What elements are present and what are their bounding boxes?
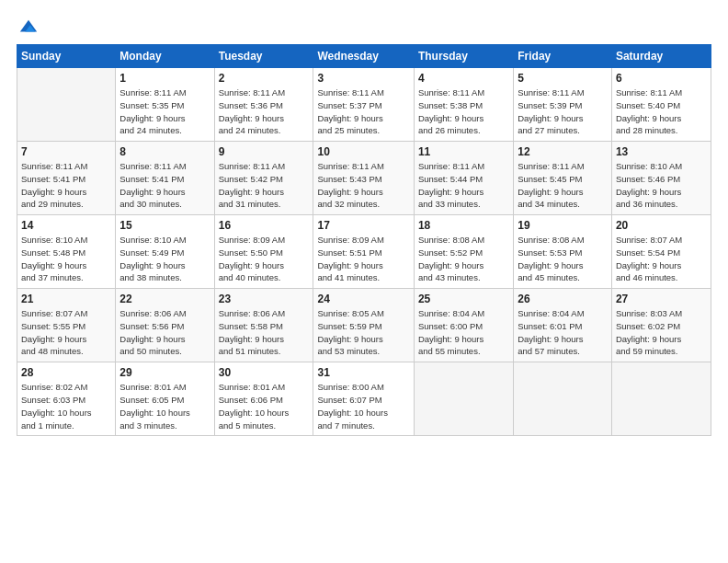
calendar-cell: 25Sunrise: 8:04 AM Sunset: 6:00 PM Dayli… (414, 289, 513, 362)
calendar-cell (414, 362, 513, 436)
calendar-cell: 22Sunrise: 8:06 AM Sunset: 5:56 PM Dayli… (116, 289, 214, 362)
day-number: 6 (616, 72, 707, 85)
calendar-cell: 31Sunrise: 8:00 AM Sunset: 6:07 PM Dayli… (313, 362, 414, 436)
day-number: 9 (219, 145, 310, 158)
calendar-cell (514, 362, 612, 436)
day-number: 28 (21, 366, 111, 379)
day-number: 16 (219, 219, 310, 232)
calendar-cell: 20Sunrise: 8:07 AM Sunset: 5:54 PM Dayli… (611, 215, 711, 289)
day-number: 23 (219, 293, 310, 305)
day-info: Sunrise: 8:11 AM Sunset: 5:35 PM Dayligh… (119, 86, 210, 137)
day-number: 26 (518, 293, 608, 305)
day-number: 7 (21, 145, 111, 158)
day-info: Sunrise: 8:11 AM Sunset: 5:36 PM Dayligh… (219, 86, 310, 137)
weekday-header-monday: Monday (116, 45, 214, 68)
day-info: Sunrise: 8:02 AM Sunset: 6:03 PM Dayligh… (21, 381, 111, 431)
day-info: Sunrise: 8:11 AM Sunset: 5:39 PM Dayligh… (518, 86, 608, 137)
week-row-5: 28Sunrise: 8:02 AM Sunset: 6:03 PM Dayli… (17, 362, 711, 436)
day-info: Sunrise: 8:04 AM Sunset: 6:01 PM Dayligh… (518, 307, 608, 358)
day-number: 18 (418, 219, 509, 232)
day-info: Sunrise: 8:03 AM Sunset: 6:02 PM Dayligh… (616, 307, 707, 358)
week-row-2: 7Sunrise: 8:11 AM Sunset: 5:41 PM Daylig… (17, 142, 711, 215)
day-number: 13 (616, 145, 707, 158)
logo-block (17, 17, 39, 35)
calendar-cell: 21Sunrise: 8:07 AM Sunset: 5:55 PM Dayli… (17, 289, 116, 362)
day-info: Sunrise: 8:04 AM Sunset: 6:00 PM Dayligh… (418, 307, 509, 358)
day-info: Sunrise: 8:10 AM Sunset: 5:48 PM Dayligh… (21, 234, 111, 284)
day-info: Sunrise: 8:11 AM Sunset: 5:43 PM Dayligh… (317, 160, 409, 211)
header (17, 17, 711, 35)
calendar-table: SundayMondayTuesdayWednesdayThursdayFrid… (17, 44, 711, 436)
day-info: Sunrise: 8:06 AM Sunset: 5:56 PM Dayligh… (119, 307, 210, 358)
day-info: Sunrise: 8:09 AM Sunset: 5:50 PM Dayligh… (219, 234, 310, 284)
calendar-cell: 27Sunrise: 8:03 AM Sunset: 6:02 PM Dayli… (611, 289, 711, 362)
calendar-cell: 17Sunrise: 8:09 AM Sunset: 5:51 PM Dayli… (313, 215, 414, 289)
day-info: Sunrise: 8:08 AM Sunset: 5:52 PM Dayligh… (418, 234, 509, 284)
calendar-cell: 18Sunrise: 8:08 AM Sunset: 5:52 PM Dayli… (414, 215, 513, 289)
day-info: Sunrise: 8:09 AM Sunset: 5:51 PM Dayligh… (317, 234, 409, 284)
day-info: Sunrise: 8:01 AM Sunset: 6:06 PM Dayligh… (219, 381, 310, 431)
calendar-cell (17, 68, 116, 142)
day-info: Sunrise: 8:07 AM Sunset: 5:55 PM Dayligh… (21, 307, 111, 358)
day-number: 22 (119, 293, 210, 305)
day-number: 2 (219, 72, 310, 85)
day-number: 25 (418, 293, 509, 305)
day-number: 27 (616, 293, 707, 305)
weekday-header-sunday: Sunday (17, 45, 116, 68)
day-number: 1 (119, 72, 210, 85)
calendar-cell: 7Sunrise: 8:11 AM Sunset: 5:41 PM Daylig… (17, 142, 116, 215)
calendar-cell: 15Sunrise: 8:10 AM Sunset: 5:49 PM Dayli… (116, 215, 214, 289)
day-number: 11 (418, 145, 509, 158)
day-info: Sunrise: 8:10 AM Sunset: 5:46 PM Dayligh… (616, 160, 707, 211)
weekday-header-tuesday: Tuesday (214, 45, 313, 68)
calendar-cell: 6Sunrise: 8:11 AM Sunset: 5:40 PM Daylig… (611, 68, 711, 142)
calendar-cell: 30Sunrise: 8:01 AM Sunset: 6:06 PM Dayli… (214, 362, 313, 436)
day-number: 5 (518, 72, 608, 85)
day-number: 10 (317, 145, 409, 158)
calendar-cell: 5Sunrise: 8:11 AM Sunset: 5:39 PM Daylig… (514, 68, 612, 142)
calendar-cell: 16Sunrise: 8:09 AM Sunset: 5:50 PM Dayli… (214, 215, 313, 289)
calendar-cell (611, 362, 711, 436)
day-number: 20 (616, 219, 707, 232)
day-number: 24 (317, 293, 409, 305)
day-info: Sunrise: 8:11 AM Sunset: 5:41 PM Dayligh… (21, 160, 111, 211)
day-number: 15 (119, 219, 210, 232)
calendar-cell: 8Sunrise: 8:11 AM Sunset: 5:41 PM Daylig… (116, 142, 214, 215)
calendar-cell: 4Sunrise: 8:11 AM Sunset: 5:38 PM Daylig… (414, 68, 513, 142)
calendar-cell: 10Sunrise: 8:11 AM Sunset: 5:43 PM Dayli… (313, 142, 414, 215)
day-number: 17 (317, 219, 409, 232)
logo-icon (18, 17, 39, 37)
day-info: Sunrise: 8:11 AM Sunset: 5:44 PM Dayligh… (418, 160, 509, 211)
day-info: Sunrise: 8:10 AM Sunset: 5:49 PM Dayligh… (119, 234, 210, 284)
day-info: Sunrise: 8:11 AM Sunset: 5:42 PM Dayligh… (219, 160, 310, 211)
day-number: 21 (21, 293, 111, 305)
day-info: Sunrise: 8:11 AM Sunset: 5:37 PM Dayligh… (317, 86, 409, 137)
calendar-cell: 28Sunrise: 8:02 AM Sunset: 6:03 PM Dayli… (17, 362, 116, 436)
day-number: 14 (21, 219, 111, 232)
day-info: Sunrise: 8:11 AM Sunset: 5:38 PM Dayligh… (418, 86, 509, 137)
day-number: 29 (119, 366, 210, 379)
calendar-cell: 24Sunrise: 8:05 AM Sunset: 5:59 PM Dayli… (313, 289, 414, 362)
calendar-cell: 1Sunrise: 8:11 AM Sunset: 5:35 PM Daylig… (116, 68, 214, 142)
calendar-cell: 3Sunrise: 8:11 AM Sunset: 5:37 PM Daylig… (313, 68, 414, 142)
day-number: 8 (119, 145, 210, 158)
day-number: 31 (317, 366, 409, 379)
day-info: Sunrise: 8:06 AM Sunset: 5:58 PM Dayligh… (219, 307, 310, 358)
weekday-header-row: SundayMondayTuesdayWednesdayThursdayFrid… (17, 45, 711, 68)
calendar-cell: 9Sunrise: 8:11 AM Sunset: 5:42 PM Daylig… (214, 142, 313, 215)
week-row-3: 14Sunrise: 8:10 AM Sunset: 5:48 PM Dayli… (17, 215, 711, 289)
page: SundayMondayTuesdayWednesdayThursdayFrid… (0, 0, 728, 445)
day-info: Sunrise: 8:11 AM Sunset: 5:41 PM Dayligh… (119, 160, 210, 211)
calendar-cell: 29Sunrise: 8:01 AM Sunset: 6:05 PM Dayli… (116, 362, 214, 436)
day-info: Sunrise: 8:08 AM Sunset: 5:53 PM Dayligh… (518, 234, 608, 284)
day-info: Sunrise: 8:07 AM Sunset: 5:54 PM Dayligh… (616, 234, 707, 284)
logo (17, 17, 39, 35)
day-number: 19 (518, 219, 608, 232)
day-info: Sunrise: 8:11 AM Sunset: 5:45 PM Dayligh… (518, 160, 608, 211)
day-number: 12 (518, 145, 608, 158)
day-info: Sunrise: 8:01 AM Sunset: 6:05 PM Dayligh… (119, 381, 210, 431)
calendar-cell: 11Sunrise: 8:11 AM Sunset: 5:44 PM Dayli… (414, 142, 513, 215)
weekday-header-saturday: Saturday (611, 45, 711, 68)
weekday-header-wednesday: Wednesday (313, 45, 414, 68)
day-number: 3 (317, 72, 409, 85)
